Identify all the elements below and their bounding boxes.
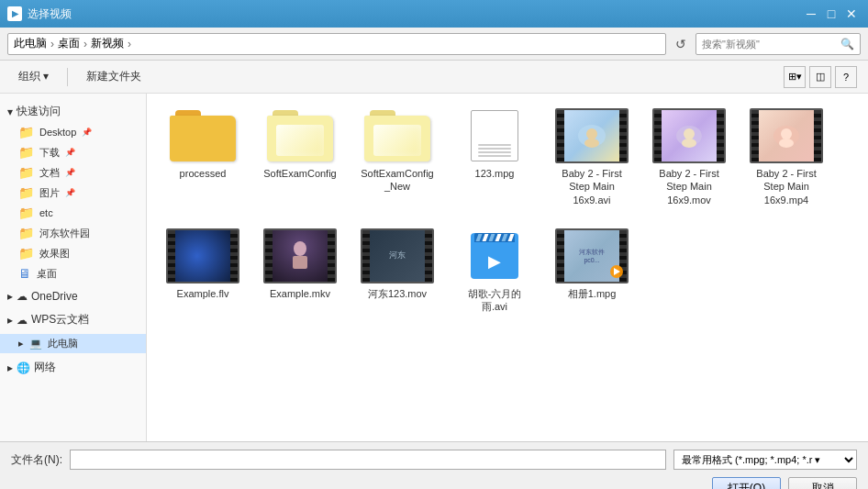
onedrive-item[interactable]: ▸ ☁ OneDrive: [0, 287, 146, 306]
sidebar-item-label: 下载: [39, 146, 60, 160]
quick-access-section: ▾ 快速访问 📁 Desktop 📌 📁 下载 📌 📁 文档 📌 📁 图片: [0, 101, 146, 283]
organize-button[interactable]: 组织 ▾: [11, 65, 56, 88]
thispc-item[interactable]: ▸ 💻 此电脑: [0, 334, 146, 353]
sidebar-item-documents[interactable]: 📁 文档 📌: [0, 162, 146, 183]
pin-icon: 📌: [65, 168, 75, 177]
svg-point-9: [294, 241, 306, 256]
wps-icon: ☁: [17, 314, 28, 327]
folder-icon: 📁: [18, 246, 34, 261]
network-section: ▸ 🌐 网络: [0, 357, 146, 378]
search-input[interactable]: [702, 39, 837, 50]
thispc-section: ▸ 💻 此电脑: [0, 334, 146, 353]
close-button[interactable]: ✕: [842, 5, 861, 23]
network-item[interactable]: ▸ 🌐 网络: [0, 357, 146, 378]
sidebar-item-label: 效果图: [39, 247, 70, 261]
main-layout: ▾ 快速访问 📁 Desktop 📌 📁 下载 📌 📁 文档 📌 📁 图片: [0, 94, 868, 441]
sidebar-item-effects[interactable]: 📁 效果图: [0, 243, 146, 263]
folder-icon: 📁: [18, 145, 34, 160]
new-folder-button[interactable]: 新建文件夹: [79, 65, 149, 88]
toolbar: 组织 ▾ 新建文件夹 ⊞▾ ◫ ?: [0, 61, 868, 94]
video-thumbnail: [555, 108, 629, 163]
bottom-bar: 文件名(N): 最常用格式 (*.mpg; *.mp4; *.r ▾ 打开(O)…: [0, 441, 868, 489]
file-area: processed SoftExamConfig: [147, 94, 868, 441]
file-item-baby-mov[interactable]: Baby 2 - First Step Main 16x9.mov: [648, 105, 730, 210]
file-item-processed[interactable]: processed: [161, 105, 244, 210]
svg-point-5: [682, 139, 696, 148]
help-button[interactable]: ?: [835, 66, 857, 88]
chevron-right-icon: ▸: [18, 338, 24, 350]
window-title: 选择视频: [28, 6, 72, 22]
file-name: Baby 2 - First Step Main 16x9.mov: [651, 167, 727, 206]
sidebar-item-hedong[interactable]: 📁 河东软件园: [0, 223, 146, 243]
file-grid: processed SoftExamConfig: [161, 105, 853, 317]
file-item-xiangce[interactable]: 河东软件 pc0... 相册1.mpg: [551, 225, 633, 317]
sidebar-item-label: 河东软件园: [39, 227, 90, 240]
file-item-huge-avi[interactable]: ▶ 胡歌-六月的雨.avi: [453, 225, 536, 317]
cloud-icon: ☁: [17, 290, 28, 303]
filename-input[interactable]: [70, 450, 666, 470]
thispc-label: 此电脑: [48, 337, 78, 350]
svg-point-1: [586, 128, 597, 139]
video-thumbnail: [263, 228, 337, 283]
quick-access-label: 快速访问: [17, 104, 61, 119]
quick-access-header[interactable]: ▾ 快速访问: [0, 101, 146, 122]
file-item-softexamnew[interactable]: SoftExamConfig_New: [356, 105, 439, 210]
file-item-123mpg[interactable]: 123.mpg: [453, 105, 536, 210]
wps-label: WPS云文档: [31, 312, 89, 328]
breadcrumb-current: 新视频: [91, 36, 124, 51]
maximize-button[interactable]: □: [822, 5, 840, 23]
pc-icon: 💻: [29, 338, 42, 350]
address-bar: 此电脑 › 桌面 › 新视频 › ↺ 🔍: [0, 28, 868, 61]
sidebar-item-label: etc: [39, 207, 53, 218]
svg-point-2: [584, 139, 599, 148]
sidebar-item-downloads[interactable]: 📁 下载 📌: [0, 142, 146, 162]
view-icon-button[interactable]: ⊞▾: [784, 66, 806, 88]
sidebar-item-label: Desktop: [39, 127, 76, 138]
open-button[interactable]: 打开(O): [712, 477, 781, 489]
file-item-baby-avi[interactable]: Baby 2 - First Step Main 16x9.avi: [551, 105, 633, 210]
sidebar-item-label: 桌面: [37, 267, 57, 281]
svg-point-8: [779, 139, 794, 148]
folder-icon: 📁: [18, 125, 34, 139]
svg-rect-10: [293, 256, 307, 269]
folder-icon: 🖥: [18, 266, 31, 281]
sidebar-item-label: 图片: [39, 186, 60, 200]
video-thumbnail: 河东软件 pc0...: [555, 228, 629, 283]
file-item-example-flv[interactable]: Example.flv: [161, 225, 244, 317]
file-item-hedong123[interactable]: 河东 河东123.mov: [356, 225, 439, 317]
filename-label: 文件名(N):: [11, 452, 62, 468]
folder-thumbnail: [166, 108, 239, 163]
sidebar-item-etc[interactable]: 📁 etc: [0, 203, 146, 223]
sidebar-item-table[interactable]: 🖥 桌面: [0, 263, 146, 283]
details-pane-button[interactable]: ◫: [809, 66, 831, 88]
breadcrumb-desktop[interactable]: 桌面: [58, 36, 80, 51]
folder-thumbnail: [361, 108, 434, 163]
file-name: Example.mkv: [270, 287, 330, 300]
search-icon[interactable]: 🔍: [840, 38, 854, 50]
file-name: processed: [180, 167, 227, 180]
play-overlay-icon: [610, 265, 623, 278]
onedrive-label: OneDrive: [31, 290, 78, 303]
filetype-select[interactable]: 最常用格式 (*.mpg; *.mp4; *.r ▾: [673, 450, 857, 470]
chevron-right-icon: ▸: [7, 361, 13, 374]
folder-icon: 📁: [18, 185, 34, 200]
file-item-baby-mp4[interactable]: Baby 2 - First Step Main 16x9.mp4: [745, 105, 828, 210]
file-item-softexam[interactable]: SoftExamConfig: [259, 105, 341, 210]
file-item-example-mkv[interactable]: Example.mkv: [259, 225, 341, 317]
refresh-button[interactable]: ↺: [670, 33, 692, 55]
sidebar-item-desktop[interactable]: 📁 Desktop 📌: [0, 122, 146, 142]
file-name: Example.flv: [177, 287, 229, 300]
sidebar-item-pictures[interactable]: 📁 图片 📌: [0, 183, 146, 203]
file-name: Baby 2 - First Step Main 16x9.avi: [554, 167, 629, 206]
cancel-button[interactable]: 取消: [788, 477, 857, 489]
minimize-button[interactable]: ─: [802, 5, 820, 23]
search-box: 🔍: [696, 33, 861, 55]
wps-item[interactable]: ▸ ☁ WPS云文档: [0, 309, 146, 330]
pin-icon: 📌: [65, 188, 75, 197]
video-thumbnail: 河东: [361, 228, 434, 283]
breadcrumb-pc[interactable]: 此电脑: [14, 36, 47, 51]
file-name: 河东123.mov: [368, 287, 427, 300]
bottom-buttons: 打开(O) 取消: [11, 477, 857, 489]
sidebar: ▾ 快速访问 📁 Desktop 📌 📁 下载 📌 📁 文档 📌 📁 图片: [0, 94, 147, 441]
breadcrumb[interactable]: 此电脑 › 桌面 › 新视频 ›: [7, 33, 666, 55]
